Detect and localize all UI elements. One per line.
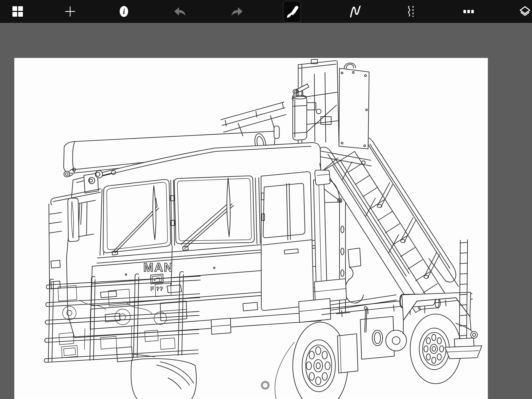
stacked-layers-icon [519,5,531,17]
brush-tool-button[interactable] [283,1,301,23]
more-options-button[interactable] [462,5,475,18]
model-badge: F ?? [150,285,164,292]
svg-text:i: i [123,7,125,16]
extinguisher-cylinder [292,84,309,140]
paintbrush-icon [285,5,298,18]
squiggle-dashed-line-icon [405,5,417,18]
layers-button[interactable] [518,5,532,18]
undo-arrow-icon [173,5,186,18]
split-symmetry-button[interactable] [404,5,418,18]
info-button[interactable]: i [117,5,131,18]
redo-button[interactable] [230,5,244,18]
wave-stroke-icon [349,5,362,18]
brush-cursor-indicator [261,381,270,390]
cab-door [255,163,347,322]
add-canvas-button[interactable] [63,5,77,18]
projects-button[interactable] [11,5,24,18]
hanging-cable [275,342,294,399]
redo-arrow-icon [231,5,244,18]
ellipsis-icon [462,5,475,18]
undo-button[interactable] [173,5,187,18]
toolbar: i [0,0,532,23]
workspace: MAN F ?? [0,23,532,399]
truck-line-drawing: MAN F ?? [14,58,488,399]
grid-icon [12,5,24,17]
plus-icon [64,5,76,17]
stroke-style-button[interactable] [349,5,362,18]
drawing-canvas[interactable]: MAN F ?? [14,58,488,399]
platform-cage [298,59,369,149]
info-icon: i [118,5,130,17]
brand-lettering: MAN [143,261,174,274]
app-screen: i [0,0,532,399]
